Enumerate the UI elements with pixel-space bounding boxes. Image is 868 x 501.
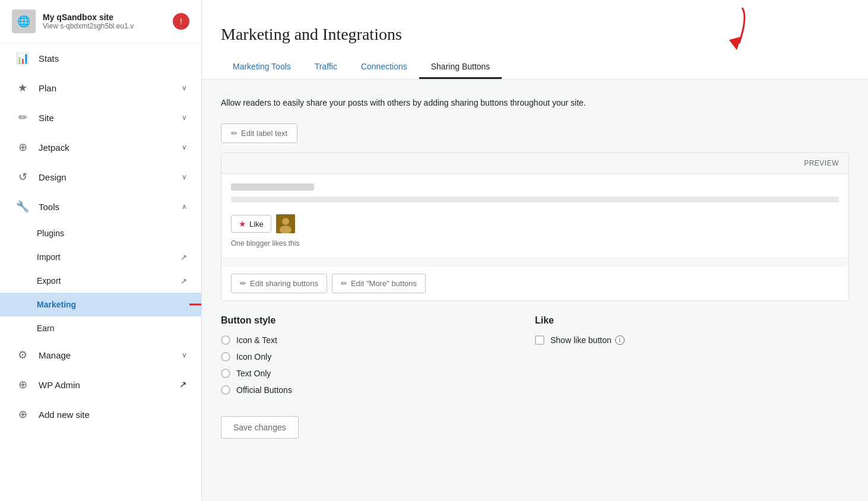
like-section: ★ Like [231, 212, 839, 236]
edit-label-text: Edit label text [241, 129, 287, 138]
edit-more-label: Edit "More" buttons [351, 279, 417, 288]
description-text: Allow readers to easily share your posts… [221, 96, 849, 109]
sidebar-item-plan[interactable]: ★ Plan ∨ [0, 73, 201, 103]
sidebar-item-label: Manage [39, 350, 172, 360]
main-content: Marketing and Integrations Marketing Too… [202, 0, 868, 501]
edit-label-button[interactable]: ✏ Edit label text [221, 123, 297, 143]
sidebar-item-label: Stats [39, 53, 187, 64]
radio-icon-text[interactable]: Icon & Text [221, 335, 535, 345]
sidebar-item-tools[interactable]: 🔧 Tools ∧ [0, 192, 201, 221]
notification-badge[interactable]: ! [173, 13, 189, 30]
site-name: My qSandbox site [43, 12, 166, 22]
sidebar: 🌐 My qSandbox site View s-qbdxmt2sgh5bl.… [0, 0, 202, 501]
site-icon: 🌐 [12, 9, 36, 33]
design-icon: ↺ [16, 170, 29, 183]
external-link-icon: ↗ [180, 253, 187, 262]
pencil-icon-2: ✏ [240, 279, 246, 288]
like-label: Like [249, 220, 264, 229]
radio-label: Icon Only [236, 352, 271, 362]
sidebar-sub-label: Earn [37, 324, 55, 333]
marketing-arrow [189, 293, 202, 316]
radio-official[interactable]: Official Buttons [221, 385, 535, 395]
preview-title-placeholder [231, 183, 314, 191]
like-title: Like [535, 315, 849, 326]
preview-label: PREVIEW [221, 153, 848, 174]
checkbox[interactable] [535, 335, 544, 345]
content-area: Allow readers to easily share your posts… [202, 80, 868, 501]
chevron-up-icon: ∧ [182, 202, 187, 211]
tab-marketing-tools[interactable]: Marketing Tools [221, 56, 303, 79]
sidebar-sub-label: Export [37, 276, 61, 286]
sidebar-item-label: Design [39, 172, 172, 182]
sidebar-item-earn[interactable]: Earn [0, 316, 201, 340]
radio-label: Official Buttons [236, 385, 292, 395]
add-icon: ⊕ [16, 408, 29, 421]
radio-circle [221, 369, 230, 378]
radio-text-only[interactable]: Text Only [221, 369, 535, 378]
sharing-buttons-arrow [707, 5, 754, 52]
info-icon[interactable]: i [615, 335, 625, 345]
plan-icon: ★ [16, 81, 29, 94]
button-style-col: Button style Icon & Text Icon Only Text … [221, 315, 535, 402]
sidebar-item-plugins[interactable]: Plugins [0, 221, 201, 245]
main-nav: 📊 Stats ★ Plan ∨ ✏ Site ∨ ⊕ Jetpack ∨ ↺ … [0, 43, 201, 429]
sidebar-item-jetpack[interactable]: ⊕ Jetpack ∨ [0, 132, 201, 162]
tab-traffic[interactable]: Traffic [303, 56, 349, 79]
tabs-bar: Marketing Tools Traffic Connections Shar… [221, 56, 849, 79]
blogger-avatar [276, 214, 295, 233]
radio-icon-only[interactable]: Icon Only [221, 352, 535, 362]
chevron-down-icon: ∨ [182, 351, 187, 359]
preview-box: PREVIEW ★ Like [221, 153, 849, 301]
site-header[interactable]: 🌐 My qSandbox site View s-qbdxmt2sgh5bl.… [0, 0, 201, 43]
sidebar-item-label: Tools [39, 202, 172, 212]
edit-buttons-row: ✏ Edit sharing buttons ✏ Edit "More" but… [221, 267, 848, 300]
tab-sharing-buttons[interactable]: Sharing Buttons [419, 56, 502, 79]
radio-circle [221, 335, 230, 345]
sidebar-item-design[interactable]: ↺ Design ∨ [0, 162, 201, 192]
sidebar-item-export[interactable]: Export ↗ [0, 269, 201, 293]
edit-sharing-buttons-btn[interactable]: ✏ Edit sharing buttons [231, 274, 327, 293]
site-info: My qSandbox site View s-qbdxmt2sgh5bl.eu… [43, 12, 166, 30]
sidebar-item-import[interactable]: Import ↗ [0, 245, 201, 269]
sidebar-item-label: Add new site [39, 410, 187, 420]
like-button[interactable]: ★ Like [231, 215, 271, 233]
stats-icon: 📊 [16, 52, 29, 65]
pencil-icon-3: ✏ [341, 279, 347, 288]
sidebar-item-label: WP Admin [39, 380, 170, 390]
sidebar-item-site[interactable]: ✏ Site ∨ [0, 103, 201, 132]
page-header: Marketing and Integrations Marketing Too… [202, 0, 868, 80]
show-like-option[interactable]: Show like button i [535, 335, 849, 345]
wp-icon: ⊕ [16, 378, 29, 391]
sidebar-item-add-new[interactable]: ⊕ Add new site [0, 399, 201, 429]
avatar-image [276, 214, 295, 233]
likes-text: One blogger likes this [231, 239, 839, 248]
sidebar-item-label: Plan [39, 83, 172, 93]
external-link-icon: ↗ [179, 379, 187, 390]
tab-connections[interactable]: Connections [349, 56, 419, 79]
show-like-text: Show like button [550, 335, 612, 345]
preview-body-placeholder [231, 196, 839, 202]
manage-icon: ⚙ [16, 348, 29, 362]
edit-more-buttons-btn[interactable]: ✏ Edit "More" buttons [332, 274, 426, 293]
sidebar-sub-label: Plugins [37, 229, 64, 238]
sidebar-item-marketing[interactable]: Marketing [0, 293, 201, 316]
sidebar-item-wp-admin[interactable]: ⊕ WP Admin ↗ [0, 370, 201, 399]
tools-icon: 🔧 [16, 200, 29, 213]
sidebar-item-stats[interactable]: 📊 Stats [0, 43, 201, 73]
page-title: Marketing and Integrations [221, 25, 849, 44]
show-like-label: Show like button i [550, 335, 625, 345]
site-url: View s-qbdxmt2sgh5bl.eu1.v [43, 22, 166, 30]
sidebar-sub-label: Marketing [37, 300, 76, 309]
radio-label: Text Only [236, 369, 271, 378]
options-section: Button style Icon & Text Icon Only Text … [221, 315, 849, 402]
sidebar-item-label: Site [39, 113, 172, 123]
preview-content: ★ Like One blogger likes this [221, 174, 848, 257]
sidebar-item-manage[interactable]: ⚙ Manage ∨ [0, 340, 201, 370]
star-icon: ★ [239, 219, 246, 229]
sidebar-item-label: Jetpack [39, 142, 172, 153]
external-link-icon: ↗ [180, 277, 187, 286]
chevron-down-icon: ∨ [182, 113, 187, 122]
chevron-down-icon: ∨ [182, 84, 187, 92]
radio-label: Icon & Text [236, 335, 277, 345]
save-changes-button[interactable]: Save changes [221, 416, 299, 439]
